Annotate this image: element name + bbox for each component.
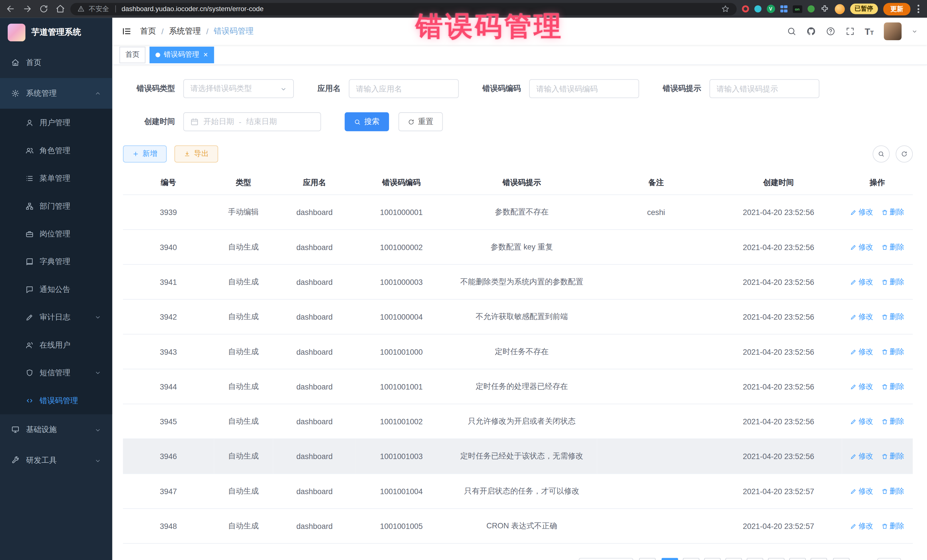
- extension-grid-icon[interactable]: [780, 5, 787, 12]
- reset-button[interactable]: 重置: [398, 112, 443, 131]
- sidebar-toggle-icon[interactable]: [122, 27, 131, 36]
- breadcrumb-home[interactable]: 首页: [140, 26, 156, 36]
- forward-icon[interactable]: [23, 4, 32, 14]
- extension-on-icon[interactable]: on: [792, 5, 802, 13]
- sidebar-item-devtools[interactable]: 研发工具: [0, 445, 112, 476]
- close-icon[interactable]: ×: [204, 51, 208, 58]
- cell-code: 1001000004: [356, 299, 447, 334]
- sidebar-item-error-code-management[interactable]: 错误码管理: [0, 387, 112, 414]
- next-page-button[interactable]: [833, 558, 849, 560]
- delete-link[interactable]: 删除: [881, 312, 904, 322]
- cell-code: 1001001002: [356, 404, 447, 439]
- edit-link[interactable]: 修改: [850, 312, 873, 322]
- sidebar-item-system-management[interactable]: 系统管理: [0, 78, 112, 109]
- trash-icon: [881, 279, 888, 285]
- sync-paused-badge[interactable]: 已暂停: [850, 3, 878, 14]
- edit-link[interactable]: 修改: [850, 277, 873, 287]
- page-button-8[interactable]: 8: [811, 558, 827, 560]
- sidebar-item-dictionary-management[interactable]: 字典管理: [0, 247, 112, 275]
- browser-update-button[interactable]: 更新: [883, 3, 910, 15]
- browser-menu-icon[interactable]: [916, 5, 921, 13]
- app-logo[interactable]: 芋道管理系统: [0, 18, 112, 47]
- delete-link[interactable]: 删除: [881, 416, 904, 426]
- cell-actions: 修改 删除: [842, 334, 913, 369]
- extension-teal-icon[interactable]: [754, 5, 761, 12]
- extension-green-icon[interactable]: V: [766, 5, 775, 13]
- cell-id: 3943: [123, 334, 214, 369]
- sidebar-item-position-management[interactable]: 岗位管理: [0, 220, 112, 247]
- sidebar-item-sms-management[interactable]: 短信管理: [0, 359, 112, 386]
- extensions-puzzle-icon[interactable]: [820, 4, 829, 14]
- edit-link[interactable]: 修改: [850, 486, 873, 496]
- prev-page-button[interactable]: [639, 558, 656, 560]
- delete-link[interactable]: 删除: [881, 521, 904, 531]
- sidebar-item-role-management[interactable]: 角色管理: [0, 137, 112, 164]
- sidebar-item-announcements[interactable]: 通知公告: [0, 275, 112, 303]
- error-code-input[interactable]: [529, 79, 639, 98]
- edit-link[interactable]: 修改: [850, 416, 873, 426]
- fullscreen-icon[interactable]: [845, 27, 854, 36]
- extension-red-icon[interactable]: [742, 5, 749, 12]
- page-ellipsis[interactable]: ···: [789, 558, 806, 560]
- github-icon[interactable]: [806, 27, 816, 36]
- refresh-table-button[interactable]: [896, 146, 913, 162]
- back-icon[interactable]: [6, 4, 15, 14]
- page-button-1[interactable]: 1: [661, 558, 678, 560]
- page-size-select[interactable]: 10条/页: [579, 558, 633, 560]
- tab-error-code-management[interactable]: 错误码管理 ×: [149, 47, 214, 63]
- date-range-picker[interactable]: 开始日期 - 结束日期: [183, 112, 321, 131]
- edit-link[interactable]: 修改: [850, 347, 873, 357]
- home-icon[interactable]: [56, 4, 65, 14]
- reload-icon[interactable]: [39, 4, 49, 14]
- page-button-2[interactable]: 2: [683, 558, 699, 560]
- filter-row-1: 错误码类型 请选择错误码类型 应用名 错误码编码: [123, 79, 913, 98]
- sidebar-item-department-management[interactable]: 部门管理: [0, 192, 112, 220]
- font-size-icon[interactable]: TT: [865, 27, 874, 36]
- breadcrumb-system[interactable]: 系统管理: [169, 26, 201, 36]
- page-button-4[interactable]: 4: [725, 558, 742, 560]
- delete-link[interactable]: 删除: [881, 451, 904, 461]
- toggle-search-button[interactable]: [872, 146, 890, 162]
- error-code-type-select[interactable]: 请选择错误码类型: [183, 79, 294, 98]
- cell-id: 3940: [123, 229, 214, 264]
- page-button-3[interactable]: 3: [704, 558, 721, 560]
- sidebar-item-infrastructure[interactable]: 基础设施: [0, 414, 112, 445]
- cell-type: 自动生成: [214, 299, 273, 334]
- caret-down-icon[interactable]: [912, 28, 918, 34]
- user-avatar[interactable]: [884, 23, 902, 40]
- filter-app-name: 应用名: [318, 79, 459, 98]
- delete-link[interactable]: 删除: [881, 381, 904, 392]
- search-button[interactable]: 搜索: [345, 112, 389, 131]
- address-bar[interactable]: 不安全 dashboard.yudao.iocoder.cn/system/er…: [70, 3, 737, 15]
- delete-link[interactable]: 删除: [881, 277, 904, 287]
- help-icon[interactable]: [826, 27, 835, 36]
- sidebar-item-home[interactable]: 首页: [0, 47, 112, 78]
- page-button-6[interactable]: 6: [768, 558, 784, 560]
- page-button-5[interactable]: 5: [747, 558, 763, 560]
- delete-link[interactable]: 删除: [881, 242, 904, 252]
- sidebar-item-menu-management[interactable]: 菜单管理: [0, 164, 112, 192]
- sidebar-item-online-users[interactable]: 在线用户: [0, 331, 112, 359]
- sidebar-item-user-management[interactable]: 用户管理: [0, 109, 112, 136]
- add-button[interactable]: 新增: [123, 146, 167, 162]
- edit-link[interactable]: 修改: [850, 521, 873, 531]
- goto-page-input[interactable]: [877, 558, 901, 560]
- edit-doc-icon: [25, 313, 33, 321]
- edit-link[interactable]: 修改: [850, 242, 873, 252]
- app-name-input[interactable]: [349, 79, 459, 98]
- search-icon[interactable]: [787, 27, 796, 36]
- extension-leaf-icon[interactable]: [807, 5, 815, 12]
- security-label: 不安全: [89, 5, 109, 14]
- edit-link[interactable]: 修改: [850, 207, 873, 217]
- delete-link[interactable]: 删除: [881, 486, 904, 496]
- profile-avatar-icon[interactable]: [834, 4, 845, 14]
- export-button[interactable]: 导出: [174, 146, 218, 162]
- delete-link[interactable]: 删除: [881, 207, 904, 217]
- edit-link[interactable]: 修改: [850, 381, 873, 392]
- error-message-input[interactable]: [710, 79, 819, 98]
- tab-home[interactable]: 首页: [120, 47, 146, 63]
- edit-link[interactable]: 修改: [850, 451, 873, 461]
- bookmark-star-icon[interactable]: [721, 5, 729, 13]
- sidebar-item-audit-logs[interactable]: 审计日志: [0, 303, 112, 331]
- delete-link[interactable]: 删除: [881, 347, 904, 357]
